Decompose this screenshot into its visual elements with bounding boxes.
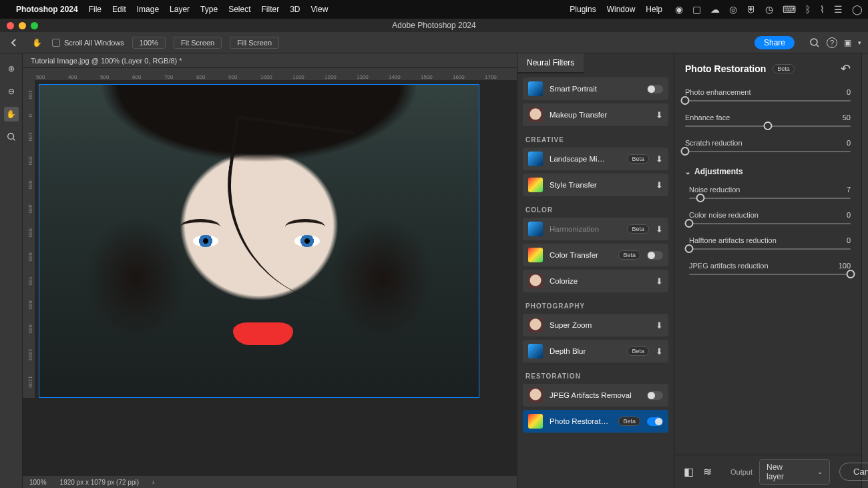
help-icon[interactable]: ? bbox=[827, 37, 837, 48]
download-icon[interactable]: ⬇ bbox=[656, 224, 663, 234]
filter-item[interactable]: Smart Portrait bbox=[523, 77, 668, 100]
filter-item[interactable]: Style Transfer⬇ bbox=[523, 174, 668, 196]
filter-item[interactable]: Depth BlurBeta⬇ bbox=[523, 340, 668, 362]
slider-knob[interactable] bbox=[764, 121, 773, 130]
wifi-icon[interactable]: ⌇ bbox=[820, 4, 825, 15]
filter-toggle[interactable] bbox=[647, 251, 663, 260]
filter-item[interactable]: Landscape Mi…Beta⬇ bbox=[523, 148, 668, 170]
filter-item[interactable]: Super Zoom⬇ bbox=[523, 314, 668, 336]
beta-badge: Beta bbox=[627, 346, 649, 356]
workspace-icon[interactable]: ▣ bbox=[844, 38, 851, 47]
menu-3d[interactable]: 3D bbox=[290, 5, 300, 14]
chevron-down-icon[interactable]: ▾ bbox=[858, 39, 861, 46]
canvas[interactable] bbox=[35, 80, 517, 398]
slider-track[interactable] bbox=[689, 198, 851, 199]
status-zoom[interactable]: 100% bbox=[29, 479, 47, 486]
menu-filter[interactable]: Filter bbox=[261, 5, 279, 14]
slider-track[interactable] bbox=[689, 274, 851, 275]
menu-edit[interactable]: Edit bbox=[112, 5, 126, 14]
chevron-down-icon: ⌄ bbox=[817, 468, 823, 475]
filter-item[interactable]: Makeup Transfer⬇ bbox=[523, 103, 668, 126]
download-icon[interactable]: ⬇ bbox=[656, 346, 663, 356]
document-tab[interactable]: Tutorial Image.jpg @ 100% (Layer 0, RGB/… bbox=[23, 53, 517, 68]
slider-knob[interactable] bbox=[681, 96, 690, 105]
record-icon[interactable]: ◉ bbox=[675, 4, 683, 15]
share-button[interactable]: Share bbox=[754, 36, 795, 49]
macos-menubar: Photoshop 2024 File Edit Image Layer Typ… bbox=[0, 0, 868, 19]
zoom-out-tool[interactable]: ⊖ bbox=[4, 84, 19, 99]
status-arrow-icon[interactable]: › bbox=[152, 479, 154, 486]
slider-knob[interactable] bbox=[847, 270, 855, 278]
hand-tool[interactable]: ✋ bbox=[4, 107, 19, 121]
zoom-in-tool[interactable]: ⊕ bbox=[4, 61, 19, 76]
back-icon[interactable] bbox=[7, 35, 21, 50]
slider-track[interactable] bbox=[685, 126, 851, 127]
filter-toggle[interactable] bbox=[647, 391, 663, 400]
zoom-field[interactable]: 100% bbox=[132, 37, 166, 49]
menu-view[interactable]: View bbox=[311, 5, 329, 14]
slider-track[interactable] bbox=[685, 151, 851, 152]
filter-item[interactable]: JPEG Artifacts Removal bbox=[523, 384, 668, 407]
slider-row: Color noise reduction0 bbox=[689, 211, 851, 224]
hand-tool-icon[interactable]: ✋ bbox=[29, 35, 44, 50]
layers-icon[interactable]: ≋ bbox=[703, 465, 712, 478]
output-dropdown[interactable]: New layer ⌄ bbox=[759, 459, 830, 485]
filter-item[interactable]: Photo Restorat…Beta bbox=[523, 410, 668, 433]
neural-filters-panel: Neural Filters Smart PortraitMakeup Tran… bbox=[517, 53, 674, 488]
search-icon[interactable] bbox=[809, 37, 820, 48]
shield-icon[interactable]: ⛨ bbox=[746, 4, 756, 15]
menu-layer[interactable]: Layer bbox=[170, 5, 190, 14]
reset-icon[interactable]: ↶ bbox=[841, 61, 851, 76]
cc-icon[interactable]: ◎ bbox=[729, 4, 737, 15]
slider-knob[interactable] bbox=[681, 147, 690, 156]
menu-select[interactable]: Select bbox=[228, 5, 250, 14]
cloud-icon[interactable]: ☁ bbox=[710, 4, 720, 15]
filter-item[interactable]: HarmonizationBeta⬇ bbox=[523, 218, 668, 240]
filter-item[interactable]: Colorize⬇ bbox=[523, 270, 668, 292]
user-icon[interactable]: ◯ bbox=[852, 4, 863, 15]
control-center-icon[interactable]: ☰ bbox=[834, 4, 843, 15]
filter-category: CREATIVE bbox=[523, 130, 668, 148]
slider-track[interactable] bbox=[685, 100, 851, 101]
preview-toggle-icon[interactable]: ◧ bbox=[684, 465, 694, 478]
menu-plugins[interactable]: Plugins bbox=[570, 5, 596, 14]
zoom-tool[interactable] bbox=[4, 130, 19, 144]
filter-item[interactable]: Color TransferBeta bbox=[523, 244, 668, 266]
ruler-vertical: 100010020030040050060070080090010001100 bbox=[23, 80, 35, 398]
filters-list[interactable]: Smart PortraitMakeup Transfer⬇CREATIVELa… bbox=[517, 73, 674, 488]
beta-badge: Beta bbox=[773, 64, 795, 73]
download-icon[interactable]: ⬇ bbox=[656, 276, 663, 286]
menu-help[interactable]: Help bbox=[646, 5, 662, 14]
download-icon[interactable]: ⬇ bbox=[656, 154, 663, 164]
slider-track[interactable] bbox=[689, 223, 851, 224]
fill-screen-button[interactable]: Fill Screen bbox=[230, 37, 279, 49]
canvas-image bbox=[39, 84, 479, 398]
slider-knob[interactable] bbox=[696, 194, 704, 202]
menu-window[interactable]: Window bbox=[607, 5, 636, 14]
adjustments-toggle[interactable]: ⌄Adjustments bbox=[685, 167, 851, 176]
download-icon[interactable]: ⬇ bbox=[656, 320, 663, 330]
cancel-button[interactable]: Cancel bbox=[839, 463, 868, 481]
filter-label: Photo Restorat… bbox=[550, 417, 612, 425]
scroll-all-checkbox[interactable]: Scroll All Windows bbox=[52, 39, 124, 47]
menu-file[interactable]: File bbox=[89, 5, 101, 14]
slider-track[interactable] bbox=[689, 248, 851, 250]
filter-toggle[interactable] bbox=[647, 417, 663, 426]
menu-type[interactable]: Type bbox=[200, 5, 218, 14]
keyboard-icon[interactable]: ⌨ bbox=[783, 4, 796, 15]
neural-filters-tab[interactable]: Neural Filters bbox=[517, 53, 584, 73]
filter-toggle[interactable] bbox=[647, 85, 663, 93]
slider-knob[interactable] bbox=[685, 244, 694, 253]
filter-thumb bbox=[528, 344, 543, 358]
filter-title: Photo Restoration bbox=[685, 63, 766, 74]
bluetooth-icon[interactable]: ᛒ bbox=[805, 4, 811, 15]
fit-screen-button[interactable]: Fit Screen bbox=[174, 37, 222, 49]
clock-icon[interactable]: ◷ bbox=[765, 4, 773, 15]
slider-knob[interactable] bbox=[685, 219, 694, 228]
slider-label: Scratch reduction bbox=[685, 139, 742, 147]
app-name[interactable]: Photoshop 2024 bbox=[16, 5, 78, 14]
screen-icon[interactable]: ▢ bbox=[692, 4, 701, 15]
download-icon[interactable]: ⬇ bbox=[656, 180, 663, 190]
download-icon[interactable]: ⬇ bbox=[656, 110, 663, 120]
menu-image[interactable]: Image bbox=[137, 5, 159, 14]
